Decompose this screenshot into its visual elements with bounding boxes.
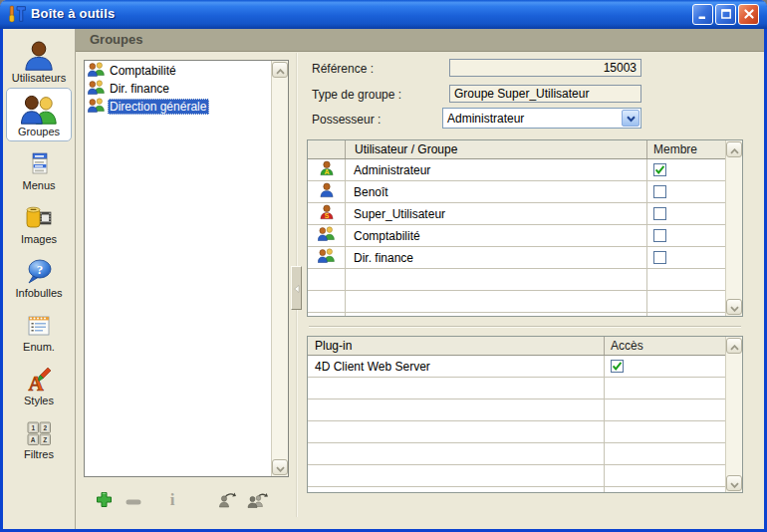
scroll-up-button[interactable] bbox=[726, 338, 742, 354]
empty-row bbox=[308, 421, 727, 443]
owner-label: Possesseur : bbox=[312, 113, 381, 127]
chevron-up-icon bbox=[730, 337, 739, 355]
scroll-up-button[interactable] bbox=[726, 141, 742, 157]
chevron-down-icon bbox=[730, 474, 739, 492]
member-row[interactable]: Dir. finance bbox=[308, 247, 727, 269]
empty-row bbox=[308, 487, 727, 493]
svg-text:S: S bbox=[324, 212, 329, 219]
filtres-icon: 12AZ bbox=[26, 415, 52, 447]
empty-row bbox=[308, 269, 727, 291]
user-super-icon: S bbox=[319, 204, 335, 224]
column-header-access: Accès bbox=[604, 337, 727, 355]
empty-row bbox=[308, 378, 727, 399]
scroll-down-button[interactable] bbox=[726, 475, 742, 491]
window-title: Boîte à outils bbox=[31, 6, 115, 21]
svg-text:A: A bbox=[31, 436, 36, 443]
sidebar-item-enum[interactable]: Enum. bbox=[6, 303, 72, 357]
minimize-button[interactable] bbox=[692, 4, 713, 25]
info-button[interactable]: i bbox=[160, 489, 184, 513]
group-list-item[interactable]: Direction générale bbox=[86, 98, 270, 116]
plugins-rows: 4D Client Web Server bbox=[308, 356, 742, 493]
splitter-arrow-icon bbox=[294, 279, 300, 297]
group-list-scrollbar[interactable] bbox=[271, 61, 288, 476]
window-controls bbox=[692, 4, 759, 25]
group-list: Comptabilité Dir. finance Direction géné… bbox=[84, 60, 289, 477]
plugin-row[interactable]: 4D Client Web Server bbox=[308, 356, 727, 378]
infobulles-icon: ? bbox=[25, 254, 53, 286]
member-row[interactable]: Comptabilité bbox=[308, 225, 727, 247]
images-icon bbox=[24, 200, 54, 232]
assign-user-icon bbox=[217, 491, 237, 512]
splitter-handle[interactable] bbox=[291, 266, 302, 310]
combo-dropdown-button[interactable] bbox=[622, 110, 639, 127]
toolbox-window: Boîte à outils Utilisateurs Groupes Menu… bbox=[0, 0, 767, 532]
page-title: Groupes bbox=[90, 32, 142, 47]
chevron-down-icon bbox=[276, 458, 285, 476]
add-icon bbox=[96, 491, 113, 512]
members-rows: A Administrateur Benoît S Super_Utilisat… bbox=[308, 159, 742, 317]
close-icon bbox=[743, 6, 755, 24]
member-row[interactable]: S Super_Utilisateur bbox=[308, 203, 727, 225]
member-checkbox[interactable] bbox=[653, 185, 666, 198]
sidebar-item-styles[interactable]: A Styles bbox=[6, 357, 72, 410]
group-small-icon bbox=[88, 62, 105, 80]
reference-field[interactable]: 15003 bbox=[449, 59, 641, 77]
member-checkbox[interactable] bbox=[653, 229, 666, 242]
empty-row bbox=[308, 313, 727, 317]
sidebar-item-menus[interactable]: Menus bbox=[6, 141, 72, 195]
maximize-button[interactable] bbox=[715, 4, 736, 25]
group-list-item[interactable]: Comptabilité bbox=[86, 62, 270, 80]
group-list-item[interactable]: Dir. finance bbox=[86, 80, 270, 98]
member-checkbox[interactable] bbox=[653, 207, 666, 220]
user-icon bbox=[23, 39, 55, 71]
reference-label: Référence : bbox=[312, 62, 374, 76]
svg-text:A: A bbox=[324, 168, 329, 175]
titlebar[interactable]: Boîte à outils bbox=[0, 0, 767, 29]
member-checkbox[interactable] bbox=[653, 163, 666, 176]
scroll-up-button[interactable] bbox=[272, 62, 288, 78]
maximize-icon bbox=[720, 6, 732, 24]
group-type-field[interactable]: Groupe Super_Utilisateur bbox=[449, 85, 641, 103]
assign-user-button[interactable] bbox=[215, 489, 239, 513]
sidebar-item-images[interactable]: Images bbox=[6, 195, 72, 249]
user-admin-icon: A bbox=[319, 160, 335, 180]
chevron-down-icon bbox=[730, 298, 739, 316]
owner-combobox[interactable]: Administrateur bbox=[442, 108, 641, 129]
column-header-user-group: Utilisateur / Groupe bbox=[345, 140, 646, 158]
member-checkbox[interactable] bbox=[653, 251, 666, 264]
close-button[interactable] bbox=[738, 4, 759, 25]
horizontal-divider[interactable] bbox=[309, 326, 741, 328]
enum-icon bbox=[25, 308, 53, 340]
styles-icon: A bbox=[25, 362, 53, 394]
plugins-scrollbar[interactable] bbox=[725, 337, 742, 492]
members-scrollbar[interactable] bbox=[725, 140, 742, 316]
plugins-table-header: Plug-in Accès bbox=[308, 337, 727, 356]
access-checkbox[interactable] bbox=[611, 360, 624, 373]
plugins-table: Plug-in Accès 4D Client Web Server bbox=[307, 336, 743, 493]
sidebar-item-infobulles[interactable]: ? Infobulles bbox=[6, 249, 72, 303]
info-icon: i bbox=[167, 490, 177, 512]
add-button[interactable] bbox=[92, 489, 116, 513]
members-table: Utilisateur / Groupe Membre A Administra… bbox=[307, 139, 743, 317]
groups-icon bbox=[21, 93, 57, 125]
column-header-plugin: Plug-in bbox=[308, 337, 604, 355]
group-small-icon bbox=[88, 80, 105, 98]
group-small-icon bbox=[318, 226, 335, 245]
member-row[interactable]: A Administrateur bbox=[308, 159, 727, 181]
sidebar-item-groupes[interactable]: Groupes bbox=[6, 88, 72, 141]
empty-row bbox=[308, 291, 727, 313]
minimize-icon bbox=[697, 6, 709, 24]
remove-button[interactable] bbox=[122, 489, 145, 513]
svg-text:1: 1 bbox=[31, 424, 35, 431]
sidebar-item-utilisateurs[interactable]: Utilisateurs bbox=[6, 34, 72, 88]
toolbox-icon bbox=[7, 5, 27, 23]
scroll-down-button[interactable] bbox=[272, 459, 288, 475]
svg-text:Z: Z bbox=[43, 436, 47, 443]
scroll-down-button[interactable] bbox=[726, 299, 742, 315]
sidebar: Utilisateurs Groupes Menus Images ? Info… bbox=[3, 29, 76, 529]
assign-group-button[interactable] bbox=[246, 489, 270, 513]
chevron-up-icon bbox=[276, 61, 285, 79]
group-type-label: Type de groupe : bbox=[312, 88, 401, 102]
member-row[interactable]: Benoît bbox=[308, 181, 727, 203]
sidebar-item-filtres[interactable]: 12AZ Filtres bbox=[6, 410, 72, 464]
